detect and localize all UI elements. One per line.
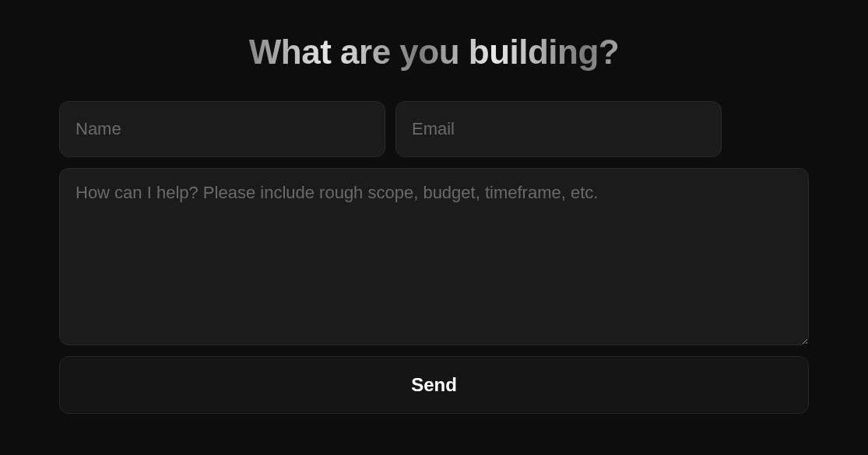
send-button[interactable]: Send: [59, 356, 809, 414]
contact-form-container: What are you building? Send: [59, 33, 809, 414]
input-row: [59, 101, 809, 157]
page-title: What are you building?: [59, 33, 809, 72]
message-field[interactable]: [59, 168, 809, 345]
email-field[interactable]: [395, 101, 722, 157]
name-field[interactable]: [59, 101, 385, 157]
